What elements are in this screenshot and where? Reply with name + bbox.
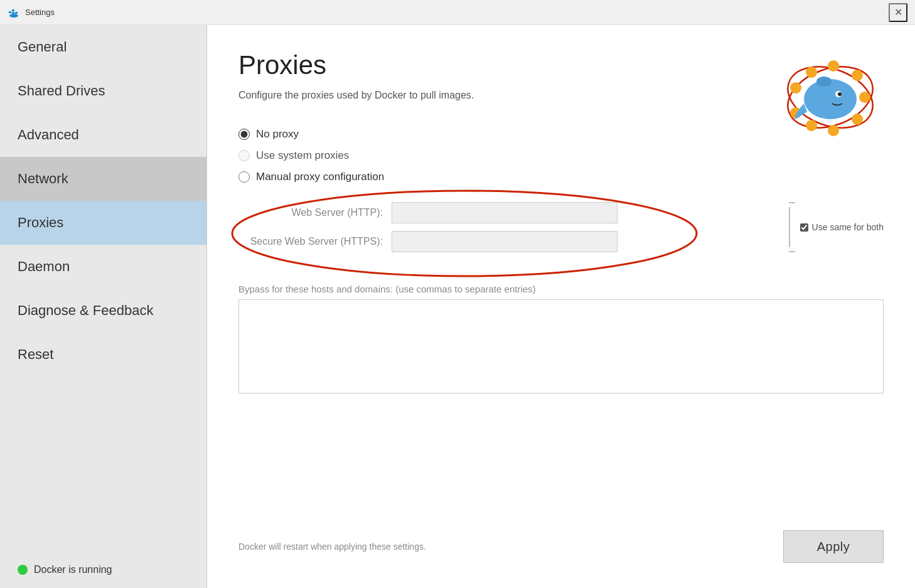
svg-point-12 <box>852 114 863 125</box>
page-description: Configure the proxies used by Docker to … <box>238 88 584 103</box>
manual-proxy-option[interactable]: Manual proxy configuration <box>238 171 884 183</box>
proxy-fields-container: Web Server (HTTP): Secure Web Server (HT… <box>238 202 884 271</box>
app-body: General Shared Drives Advanced Network P… <box>0 25 915 588</box>
svg-point-8 <box>806 67 817 78</box>
https-input[interactable] <box>392 231 618 252</box>
svg-point-4 <box>9 14 18 18</box>
docker-logo <box>764 44 877 144</box>
close-button[interactable]: ✕ <box>889 3 907 22</box>
sidebar-item-shared-drives[interactable]: Shared Drives <box>0 69 206 113</box>
svg-rect-3 <box>15 12 18 14</box>
docker-status-dot <box>18 565 28 575</box>
use-same-container: Use same for both <box>789 202 884 252</box>
svg-rect-2 <box>12 12 14 14</box>
title-bar: Settings ✕ <box>0 0 915 25</box>
footer-note: Docker will restart when applying these … <box>238 542 426 552</box>
system-proxies-option[interactable]: Use system proxies <box>238 149 884 162</box>
sidebar: General Shared Drives Advanced Network P… <box>0 25 207 588</box>
proxy-fields: Web Server (HTTP): Secure Web Server (HT… <box>238 202 884 252</box>
svg-point-11 <box>859 92 870 103</box>
svg-point-14 <box>806 120 817 131</box>
svg-point-18 <box>838 92 842 96</box>
svg-point-13 <box>828 125 839 136</box>
sidebar-item-diagnose[interactable]: Diagnose & Feedback <box>0 289 206 333</box>
sidebar-footer: Docker is running <box>0 552 206 588</box>
title-bar-title: Settings <box>25 8 55 17</box>
svg-point-7 <box>790 82 801 94</box>
bypass-label: Bypass for these hosts and domains: (use… <box>238 284 884 294</box>
http-input[interactable] <box>392 202 618 223</box>
use-same-label[interactable]: Use same for both <box>800 222 884 232</box>
svg-point-9 <box>828 60 839 72</box>
svg-rect-1 <box>12 9 14 11</box>
no-proxy-radio[interactable] <box>238 129 250 140</box>
footer-bar: Docker will restart when applying these … <box>238 518 884 563</box>
sidebar-item-advanced[interactable]: Advanced <box>0 113 206 157</box>
title-bar-left: Settings <box>8 6 55 19</box>
sidebar-item-general[interactable]: General <box>0 25 206 69</box>
sidebar-item-proxies[interactable]: Proxies <box>0 201 206 245</box>
app-icon <box>8 6 20 19</box>
svg-point-19 <box>816 77 832 87</box>
docker-status-text: Docker is running <box>34 564 112 575</box>
svg-point-10 <box>852 70 863 81</box>
manual-proxy-radio[interactable] <box>238 171 250 183</box>
https-label: Secure Web Server (HTTPS): <box>238 236 383 247</box>
bracket <box>789 202 795 252</box>
svg-point-16 <box>804 79 857 119</box>
main-content: Proxies Configure the proxies used by Do… <box>207 25 915 588</box>
http-field-row: Web Server (HTTP): <box>238 202 758 223</box>
svg-rect-0 <box>9 11 11 13</box>
sidebar-item-daemon[interactable]: Daemon <box>0 245 206 289</box>
sidebar-item-network[interactable]: Network <box>0 157 206 201</box>
http-label: Web Server (HTTP): <box>238 207 383 218</box>
sidebar-item-reset[interactable]: Reset <box>0 333 206 377</box>
use-same-checkbox[interactable] <box>800 223 808 232</box>
https-field-row: Secure Web Server (HTTPS): <box>238 231 758 252</box>
system-proxies-radio[interactable] <box>238 150 250 161</box>
bypass-textarea[interactable] <box>238 299 884 393</box>
apply-button[interactable]: Apply <box>783 530 884 563</box>
